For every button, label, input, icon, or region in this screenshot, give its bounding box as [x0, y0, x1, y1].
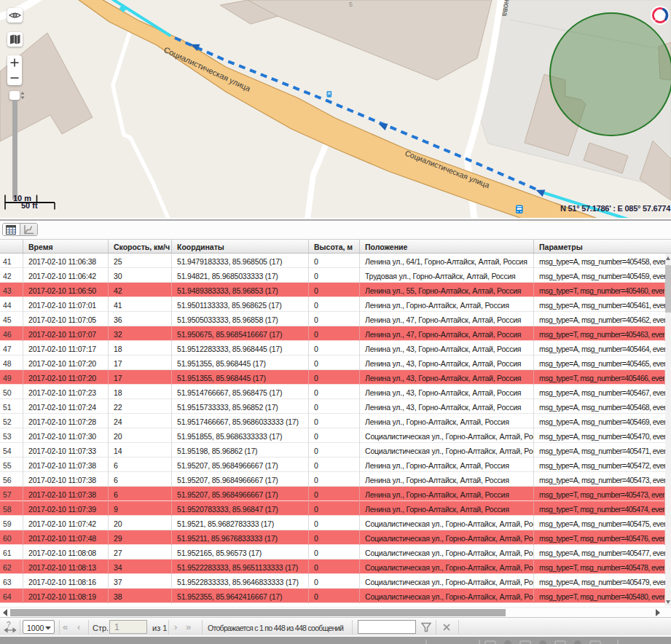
svg-text:?: ? [7, 621, 11, 629]
svg-text:50 ft: 50 ft [21, 201, 38, 210]
svg-text:5: 5 [349, 1, 353, 8]
